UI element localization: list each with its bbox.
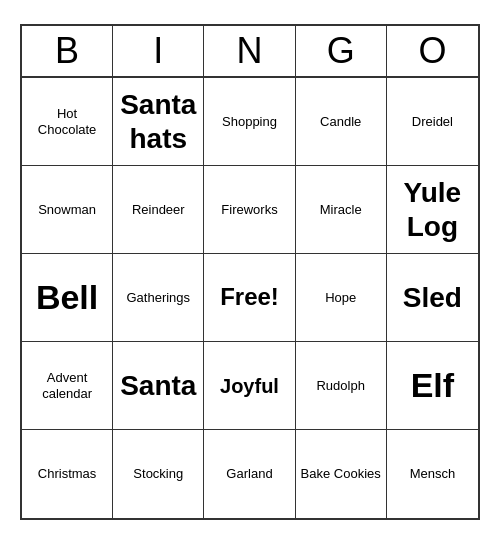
header-letter: O: [387, 26, 478, 76]
bingo-cell: Fireworks: [204, 166, 295, 254]
header-letter: N: [204, 26, 295, 76]
bingo-cell: Santa hats: [113, 78, 204, 166]
bingo-cell: Stocking: [113, 430, 204, 518]
bingo-cell: Elf: [387, 342, 478, 430]
bingo-cell: Bell: [22, 254, 113, 342]
bingo-cell: Yule Log: [387, 166, 478, 254]
header-letter: G: [296, 26, 387, 76]
bingo-grid: Hot ChocolateSanta hatsShoppingCandleDre…: [22, 78, 478, 518]
header-letter: I: [113, 26, 204, 76]
bingo-cell: Hot Chocolate: [22, 78, 113, 166]
bingo-cell: Miracle: [296, 166, 387, 254]
bingo-cell: Rudolph: [296, 342, 387, 430]
bingo-cell: Bake Cookies: [296, 430, 387, 518]
bingo-cell: Christmas: [22, 430, 113, 518]
bingo-cell: Sled: [387, 254, 478, 342]
bingo-cell: Joyful: [204, 342, 295, 430]
header-letter: B: [22, 26, 113, 76]
bingo-cell: Shopping: [204, 78, 295, 166]
bingo-cell: Santa: [113, 342, 204, 430]
bingo-cell: Dreidel: [387, 78, 478, 166]
bingo-cell: Candle: [296, 78, 387, 166]
bingo-card: BINGO Hot ChocolateSanta hatsShoppingCan…: [20, 24, 480, 520]
bingo-cell: Hope: [296, 254, 387, 342]
bingo-cell: Snowman: [22, 166, 113, 254]
bingo-cell: Reindeer: [113, 166, 204, 254]
bingo-cell: Mensch: [387, 430, 478, 518]
bingo-cell: Free!: [204, 254, 295, 342]
bingo-cell: Gatherings: [113, 254, 204, 342]
bingo-cell: Garland: [204, 430, 295, 518]
bingo-header: BINGO: [22, 26, 478, 78]
bingo-cell: Advent calendar: [22, 342, 113, 430]
